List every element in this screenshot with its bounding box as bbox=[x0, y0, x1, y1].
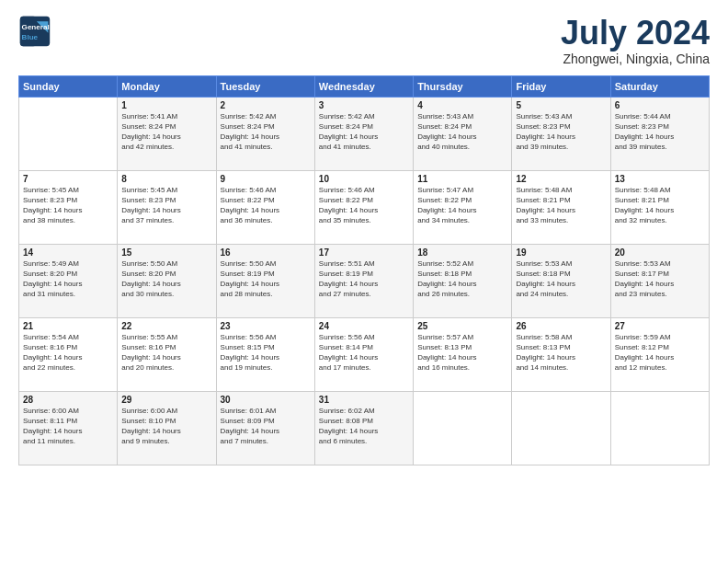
calendar-body: 1Sunrise: 5:41 AM Sunset: 8:24 PM Daylig… bbox=[19, 97, 710, 465]
cell-w5-d6 bbox=[512, 391, 610, 465]
day-info: Sunrise: 5:46 AM Sunset: 8:22 PM Dayligh… bbox=[319, 185, 409, 226]
cell-w3-d5: 18Sunrise: 5:52 AM Sunset: 8:18 PM Dayli… bbox=[414, 244, 512, 317]
cell-w5-d1: 28Sunrise: 6:00 AM Sunset: 8:11 PM Dayli… bbox=[19, 391, 118, 465]
day-number: 14 bbox=[23, 247, 113, 258]
day-number: 18 bbox=[417, 247, 507, 258]
week-row-4: 21Sunrise: 5:54 AM Sunset: 8:16 PM Dayli… bbox=[19, 317, 710, 391]
day-info: Sunrise: 5:56 AM Sunset: 8:15 PM Dayligh… bbox=[221, 332, 311, 373]
day-number: 30 bbox=[221, 395, 311, 405]
cell-w1-d4: 3Sunrise: 5:42 AM Sunset: 8:24 PM Daylig… bbox=[314, 97, 413, 170]
col-saturday: Saturday bbox=[610, 75, 709, 97]
day-info: Sunrise: 5:42 AM Sunset: 8:24 PM Dayligh… bbox=[319, 111, 409, 153]
day-number: 10 bbox=[319, 174, 409, 184]
cell-w3-d1: 14Sunrise: 5:49 AM Sunset: 8:20 PM Dayli… bbox=[19, 244, 118, 317]
day-number: 12 bbox=[516, 174, 606, 184]
day-info: Sunrise: 5:44 AM Sunset: 8:23 PM Dayligh… bbox=[615, 111, 705, 153]
day-number: 15 bbox=[121, 247, 211, 258]
cell-w3-d3: 16Sunrise: 5:50 AM Sunset: 8:19 PM Dayli… bbox=[216, 244, 314, 317]
calendar-table: Sunday Monday Tuesday Wednesday Thursday… bbox=[18, 75, 710, 465]
cell-w1-d2: 1Sunrise: 5:41 AM Sunset: 8:24 PM Daylig… bbox=[118, 97, 216, 170]
day-number: 4 bbox=[417, 100, 507, 110]
col-monday: Monday bbox=[118, 75, 216, 97]
header: General Blue July 2024 Zhongwei, Ningxia… bbox=[18, 15, 710, 66]
cell-w4-d1: 21Sunrise: 5:54 AM Sunset: 8:16 PM Dayli… bbox=[19, 317, 118, 391]
logo-icon: General Blue bbox=[18, 15, 51, 48]
cell-w2-d5: 11Sunrise: 5:47 AM Sunset: 8:22 PM Dayli… bbox=[414, 170, 512, 244]
day-info: Sunrise: 5:45 AM Sunset: 8:23 PM Dayligh… bbox=[121, 185, 211, 226]
day-number: 28 bbox=[23, 395, 113, 405]
col-tuesday: Tuesday bbox=[216, 75, 314, 97]
col-friday: Friday bbox=[512, 75, 610, 97]
day-info: Sunrise: 5:53 AM Sunset: 8:18 PM Dayligh… bbox=[516, 259, 606, 300]
day-info: Sunrise: 5:52 AM Sunset: 8:18 PM Dayligh… bbox=[417, 259, 507, 300]
cell-w3-d2: 15Sunrise: 5:50 AM Sunset: 8:20 PM Dayli… bbox=[118, 244, 216, 317]
page: General Blue July 2024 Zhongwei, Ningxia… bbox=[0, 0, 728, 563]
cell-w4-d2: 22Sunrise: 5:55 AM Sunset: 8:16 PM Dayli… bbox=[118, 317, 216, 391]
day-number: 11 bbox=[417, 174, 507, 184]
day-info: Sunrise: 6:00 AM Sunset: 8:10 PM Dayligh… bbox=[121, 406, 211, 447]
cell-w4-d6: 26Sunrise: 5:58 AM Sunset: 8:13 PM Dayli… bbox=[512, 317, 610, 391]
cell-w1-d6: 5Sunrise: 5:43 AM Sunset: 8:23 PM Daylig… bbox=[512, 97, 610, 170]
day-info: Sunrise: 5:48 AM Sunset: 8:21 PM Dayligh… bbox=[516, 185, 606, 226]
day-number: 5 bbox=[516, 100, 606, 110]
day-info: Sunrise: 5:46 AM Sunset: 8:22 PM Dayligh… bbox=[221, 185, 311, 226]
cell-w2-d3: 9Sunrise: 5:46 AM Sunset: 8:22 PM Daylig… bbox=[216, 170, 314, 244]
day-number: 7 bbox=[23, 174, 113, 184]
day-number: 21 bbox=[23, 321, 113, 331]
day-number: 16 bbox=[221, 247, 311, 258]
day-number: 24 bbox=[319, 321, 409, 331]
col-thursday: Thursday bbox=[414, 75, 512, 97]
day-info: Sunrise: 5:58 AM Sunset: 8:13 PM Dayligh… bbox=[516, 332, 606, 373]
cell-w4-d3: 23Sunrise: 5:56 AM Sunset: 8:15 PM Dayli… bbox=[216, 317, 314, 391]
cell-w1-d5: 4Sunrise: 5:43 AM Sunset: 8:24 PM Daylig… bbox=[414, 97, 512, 170]
day-info: Sunrise: 5:47 AM Sunset: 8:22 PM Dayligh… bbox=[417, 185, 507, 226]
day-number: 23 bbox=[221, 321, 311, 331]
day-number: 6 bbox=[615, 100, 705, 110]
header-row: Sunday Monday Tuesday Wednesday Thursday… bbox=[19, 75, 710, 97]
day-number: 20 bbox=[615, 247, 705, 258]
svg-text:General: General bbox=[22, 23, 50, 31]
day-info: Sunrise: 6:00 AM Sunset: 8:11 PM Dayligh… bbox=[23, 406, 113, 447]
day-info: Sunrise: 5:48 AM Sunset: 8:21 PM Dayligh… bbox=[615, 185, 705, 226]
day-number: 9 bbox=[221, 174, 311, 184]
day-info: Sunrise: 6:01 AM Sunset: 8:09 PM Dayligh… bbox=[221, 406, 311, 447]
logo: General Blue bbox=[18, 15, 51, 48]
cell-w5-d3: 30Sunrise: 6:01 AM Sunset: 8:09 PM Dayli… bbox=[216, 391, 314, 465]
cell-w2-d2: 8Sunrise: 5:45 AM Sunset: 8:23 PM Daylig… bbox=[118, 170, 216, 244]
cell-w1-d7: 6Sunrise: 5:44 AM Sunset: 8:23 PM Daylig… bbox=[610, 97, 709, 170]
day-info: Sunrise: 5:41 AM Sunset: 8:24 PM Dayligh… bbox=[121, 111, 211, 153]
day-number: 1 bbox=[121, 100, 211, 110]
day-number: 3 bbox=[319, 100, 409, 110]
day-info: Sunrise: 6:02 AM Sunset: 8:08 PM Dayligh… bbox=[319, 406, 409, 447]
day-info: Sunrise: 5:51 AM Sunset: 8:19 PM Dayligh… bbox=[319, 259, 409, 300]
cell-w5-d5 bbox=[414, 391, 512, 465]
day-info: Sunrise: 5:53 AM Sunset: 8:17 PM Dayligh… bbox=[615, 259, 705, 300]
cell-w4-d5: 25Sunrise: 5:57 AM Sunset: 8:13 PM Dayli… bbox=[414, 317, 512, 391]
cell-w3-d4: 17Sunrise: 5:51 AM Sunset: 8:19 PM Dayli… bbox=[314, 244, 413, 317]
cell-w2-d6: 12Sunrise: 5:48 AM Sunset: 8:21 PM Dayli… bbox=[512, 170, 610, 244]
day-info: Sunrise: 5:43 AM Sunset: 8:24 PM Dayligh… bbox=[417, 111, 507, 153]
day-number: 26 bbox=[516, 321, 606, 331]
month-title: July 2024 bbox=[561, 15, 710, 52]
day-number: 31 bbox=[319, 395, 409, 405]
cell-w5-d2: 29Sunrise: 6:00 AM Sunset: 8:10 PM Dayli… bbox=[118, 391, 216, 465]
day-number: 13 bbox=[615, 174, 705, 184]
week-row-2: 7Sunrise: 5:45 AM Sunset: 8:23 PM Daylig… bbox=[19, 170, 710, 244]
cell-w1-d3: 2Sunrise: 5:42 AM Sunset: 8:24 PM Daylig… bbox=[216, 97, 314, 170]
week-row-1: 1Sunrise: 5:41 AM Sunset: 8:24 PM Daylig… bbox=[19, 97, 710, 170]
day-info: Sunrise: 5:59 AM Sunset: 8:12 PM Dayligh… bbox=[615, 332, 705, 373]
cell-w4-d4: 24Sunrise: 5:56 AM Sunset: 8:14 PM Dayli… bbox=[314, 317, 413, 391]
day-number: 2 bbox=[221, 100, 311, 110]
day-info: Sunrise: 5:50 AM Sunset: 8:19 PM Dayligh… bbox=[221, 259, 311, 300]
week-row-5: 28Sunrise: 6:00 AM Sunset: 8:11 PM Dayli… bbox=[19, 391, 710, 465]
day-number: 25 bbox=[417, 321, 507, 331]
cell-w3-d6: 19Sunrise: 5:53 AM Sunset: 8:18 PM Dayli… bbox=[512, 244, 610, 317]
svg-text:Blue: Blue bbox=[22, 33, 39, 41]
day-info: Sunrise: 5:57 AM Sunset: 8:13 PM Dayligh… bbox=[417, 332, 507, 373]
day-info: Sunrise: 5:50 AM Sunset: 8:20 PM Dayligh… bbox=[121, 259, 211, 300]
cell-w2-d1: 7Sunrise: 5:45 AM Sunset: 8:23 PM Daylig… bbox=[19, 170, 118, 244]
col-sunday: Sunday bbox=[19, 75, 118, 97]
cell-w5-d7 bbox=[610, 391, 709, 465]
col-wednesday: Wednesday bbox=[314, 75, 413, 97]
day-info: Sunrise: 5:55 AM Sunset: 8:16 PM Dayligh… bbox=[121, 332, 211, 373]
